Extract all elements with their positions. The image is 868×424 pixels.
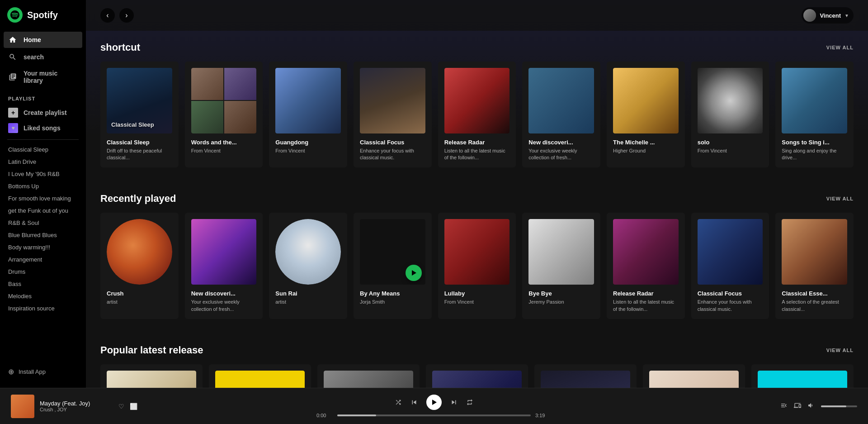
shuffle-button[interactable] — [395, 399, 402, 406]
sidebar-playlist-item[interactable]: Latin Drive — [4, 156, 82, 168]
sidebar-playlist-item[interactable]: Bass — [4, 278, 82, 290]
picture-in-picture-button[interactable]: ⬜ — [130, 403, 137, 410]
player-track: Mayday (Feat. Joy) Crush , JOY ♡ ⬜ — [11, 395, 137, 418]
music-card[interactable]: Classical FocusEnhance your focus with c… — [691, 213, 769, 319]
music-card[interactable]: soloFrom Vincent — [691, 62, 769, 167]
sidebar-playlist-item[interactable]: Inspiration source — [4, 302, 82, 314]
card-title: Release Radar — [444, 139, 510, 146]
liked-songs-button[interactable]: ♥ Liked songs — [0, 120, 86, 136]
music-card[interactable]: Sun Raiartist — [269, 213, 347, 319]
playlist-list: Classical SleepLatin DriveI Love My '90s… — [0, 143, 86, 359]
music-card[interactable] — [209, 364, 311, 388]
shortcut-view-all[interactable]: VIEW ALL — [826, 45, 854, 50]
music-card[interactable]: Classical FocusEnhance your focus with c… — [354, 62, 432, 167]
card-image-wrap — [541, 371, 630, 388]
music-card[interactable] — [643, 364, 745, 388]
sidebar-playlist-item[interactable]: get the Funk out of you — [4, 205, 82, 217]
popular-latest-header: Popular latest release VIEW ALL — [100, 333, 854, 356]
sidebar-playlist-item[interactable]: Drums — [4, 266, 82, 278]
music-card[interactable]: By Any MeansJorja Smith — [354, 213, 432, 319]
card-subtitle: Sing along and enjoy the drive... — [782, 148, 847, 162]
next-button[interactable] — [450, 398, 458, 406]
sidebar: Spotify Home search Your music library — [0, 0, 86, 388]
popular-latest-view-all[interactable]: VIEW ALL — [826, 348, 854, 353]
forward-button[interactable]: › — [119, 8, 134, 23]
music-card[interactable] — [534, 364, 637, 388]
sidebar-playlist-item[interactable]: Blue Blurred Blues — [4, 229, 82, 241]
music-card[interactable]: New discoveri...Your exclusive weekly co… — [522, 62, 600, 167]
music-card[interactable]: Songs to Sing i...Sing along and enjoy t… — [775, 62, 854, 167]
card-image — [758, 371, 847, 388]
music-card[interactable]: The Michelle ...Higher Ground — [607, 62, 685, 167]
card-image — [649, 371, 739, 388]
card-image-wrap — [528, 68, 594, 133]
music-card[interactable]: Crushartist — [100, 213, 179, 319]
music-card[interactable]: New discoveri...Your exclusive weekly co… — [185, 213, 263, 319]
play-pause-button[interactable] — [426, 395, 442, 410]
card-image-wrap — [215, 371, 305, 388]
music-card[interactable] — [100, 364, 203, 388]
card-title: Classical Esse... — [782, 290, 847, 297]
music-card[interactable]: Release RadarListen to all the latest mu… — [607, 213, 685, 319]
heart-icon: ♥ — [8, 123, 18, 133]
card-title: Songs to Sing i... — [782, 139, 847, 146]
track-info: Mayday (Feat. Joy) Crush , JOY — [40, 400, 113, 412]
devices-button[interactable] — [794, 402, 801, 411]
progress-bar[interactable] — [337, 414, 531, 416]
sidebar-playlist-item[interactable]: Melodies — [4, 290, 82, 302]
sidebar-playlist-item[interactable]: R&B & Soul — [4, 217, 82, 229]
recently-played-title: Recently played — [100, 193, 176, 205]
sidebar-item-library[interactable]: Your music library — [4, 66, 82, 88]
like-button[interactable]: ♡ — [118, 403, 124, 410]
music-card[interactable]: LullabyFrom Vincent — [438, 213, 516, 319]
card-image-wrap — [107, 219, 172, 285]
card-image-wrap — [191, 68, 257, 133]
music-card[interactable]: GuangdongFrom Vincent — [269, 62, 347, 167]
card-image-wrap — [444, 219, 510, 285]
music-card[interactable]: Words and the...From Vincent — [185, 62, 263, 167]
queue-button[interactable] — [780, 402, 788, 411]
card-image — [541, 371, 630, 388]
back-button[interactable]: ‹ — [100, 8, 115, 23]
music-card[interactable]: Bye ByeJeremy Passion — [522, 213, 600, 319]
play-button-overlay[interactable] — [406, 265, 422, 281]
music-card[interactable]: Classical Esse...A selection of the grea… — [775, 213, 854, 319]
install-app-button[interactable]: ⊕ Install App — [0, 363, 86, 381]
sidebar-item-home[interactable]: Home — [4, 32, 82, 48]
sidebar-playlist-item[interactable]: I Love My '90s R&B — [4, 168, 82, 180]
music-card[interactable] — [317, 364, 420, 388]
create-playlist-button[interactable]: + Create playlist — [0, 105, 86, 120]
sidebar-playlist-item[interactable]: Classical Sleep — [4, 143, 82, 156]
sidebar-item-search[interactable]: search — [4, 49, 82, 65]
track-thumbnail — [11, 395, 34, 418]
playlist-section-label: PLAYLIST — [0, 89, 86, 105]
card-subtitle: Enhance your focus with classical music. — [698, 299, 763, 313]
card-image-wrap — [758, 371, 847, 388]
sidebar-playlist-item[interactable]: Arrangement — [4, 253, 82, 266]
card-image — [324, 371, 413, 388]
sidebar-playlist-item[interactable]: Body warming!!! — [4, 241, 82, 253]
user-menu[interactable]: Vincent ▼ — [802, 7, 854, 24]
time-total: 3:19 — [535, 413, 552, 418]
player-controls: 0:00 3:19 — [137, 395, 731, 418]
music-card[interactable]: Release RadarListen to all the latest mu… — [438, 62, 516, 167]
popular-latest-section: Popular latest release VIEW ALL — [86, 333, 868, 388]
card-title: solo — [698, 139, 763, 146]
add-icon: + — [8, 108, 18, 118]
sidebar-playlist-item[interactable]: Bottoms Up — [4, 180, 82, 192]
card-image-wrap — [360, 219, 425, 285]
repeat-button[interactable] — [466, 399, 473, 406]
recently-played-view-all[interactable]: VIEW ALL — [826, 196, 854, 201]
player-extras — [731, 402, 857, 411]
music-card[interactable] — [751, 364, 854, 388]
music-card[interactable]: Classical SleepClassical SleepDrift off … — [100, 62, 179, 167]
progress-row: 0:00 3:19 — [316, 413, 552, 418]
card-subtitle: Your exclusive weekly collection of fres… — [528, 148, 594, 162]
card-image-wrap — [649, 371, 739, 388]
music-card[interactable] — [426, 364, 528, 388]
card-title: Lullaby — [444, 290, 510, 297]
sidebar-playlist-item[interactable]: For smooth love making — [4, 192, 82, 205]
volume-button[interactable] — [807, 402, 815, 411]
volume-bar[interactable] — [821, 405, 857, 407]
previous-button[interactable] — [410, 398, 418, 406]
